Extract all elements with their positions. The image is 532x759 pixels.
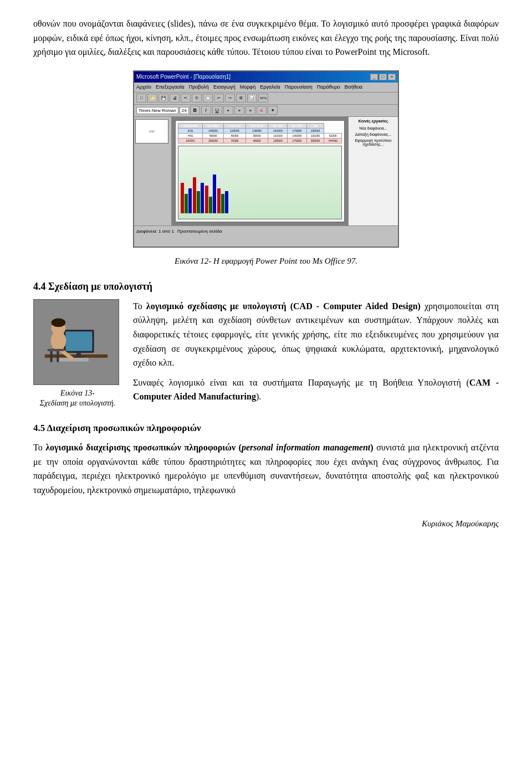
status-bar: Διαφάνεια: 1 από 1 Προστατευμένη σελίδα (134, 225, 398, 237)
font-size[interactable]: 24 (180, 107, 189, 114)
figure13-caption-line1: Εικόνα 13- (60, 389, 95, 397)
slide-table: ΚατηγορίαΙαν ΜάρτΑπρ ΙούνΙούλ ΣεπτΟκτ Δε… (178, 123, 342, 143)
underline-button[interactable]: U (212, 106, 222, 115)
chart-bar (188, 188, 192, 213)
right-panel-title: Κοινές εργασίες (351, 119, 396, 123)
person-at-computer-svg (34, 300, 119, 384)
slide-panel-left: slide (134, 117, 172, 225)
menu-bar: Αρχείο Επεξεργασία Προβολή Εισαγωγή Μορφ… (134, 83, 398, 93)
toolbar-zoom[interactable]: 50% (258, 94, 268, 102)
page-content: οθονών που ονομάζονται διαφάνειες (slide… (33, 17, 499, 529)
chart-bar (221, 194, 224, 213)
right-panel-item-1[interactable]: Νέα διαφάνεια... (351, 125, 396, 131)
svg-rect-4 (76, 353, 81, 357)
chart-bar (213, 175, 216, 213)
toolbar-2: Times New Roman 24 B I U ≡ ≡ ≡ A ★ (134, 105, 398, 117)
menu-tools[interactable]: Εργαλεία (260, 84, 280, 90)
svg-rect-3 (65, 331, 92, 351)
intro-paragraph: οθονών που ονομάζονται διαφάνειες (slide… (33, 17, 499, 59)
section45-heading: 4.5 Διαχείριση προσωπικών πληροφοριών (33, 423, 499, 434)
slide-chart (178, 146, 342, 219)
svg-rect-13 (57, 351, 59, 362)
menu-window[interactable]: Παράθυρο (317, 84, 340, 90)
powerpoint-screenshot: Microsoft PowerPoint - [Παρουσίαση1] _ □… (133, 70, 399, 248)
toolbar-insert-chart[interactable]: 📊 (247, 94, 257, 102)
chart-bar-group-2 (193, 177, 204, 213)
chart-bar (193, 177, 196, 213)
section44-paragraph2: Συναφές λογισμικό είναι και τα συστήματα… (133, 376, 499, 404)
slide-main-area: ΚατηγορίαΙαν ΜάρτΑπρ ΙούνΙούλ ΣεπτΟκτ Δε… (172, 117, 348, 225)
section44-container: Εικόνα 13- Σχεδίαση με υπολογιστή. Το λο… (33, 299, 499, 409)
window-controls: _ □ × (370, 74, 396, 80)
screenshot-container: Microsoft PowerPoint - [Παρουσίαση1] _ □… (33, 70, 499, 250)
footer-author: Κυριάκος Μαμούκαρης (33, 514, 499, 529)
main-area: slide ΚατηγορίαΙαν ΜάρτΑπρ ΙούνΙούλ Σεπτ… (134, 117, 398, 225)
italic-button[interactable]: I (201, 106, 211, 115)
window-titlebar: Microsoft PowerPoint - [Παρουσίαση1] _ □… (134, 71, 398, 83)
toolbar-insert-table[interactable]: ⊞ (236, 94, 246, 102)
toolbar-undo[interactable]: ↩ (214, 94, 224, 102)
menu-presentation[interactable]: Παρουσίαση (285, 84, 313, 90)
section44-paragraph1: Το λογισμικό σχεδίασης με υπολογιστή (CA… (133, 299, 499, 370)
chart-bar-group-4 (217, 188, 228, 213)
highlight[interactable]: ★ (268, 106, 278, 115)
figure13-caption-line2: Σχεδίαση με υπολογιστή. (40, 399, 115, 407)
chart-bar (185, 194, 188, 213)
figure12-caption: Εικόνα 12- Η εφαρμογή Power Point του Ms… (33, 254, 499, 268)
svg-rect-11 (48, 349, 64, 351)
chart-bar (205, 186, 208, 213)
chart-bar (197, 191, 200, 213)
figure13-container: Εικόνα 13- Σχεδίαση με υπολογιστή. (33, 299, 122, 409)
word-to-2: Το (33, 443, 43, 452)
chart-bar (225, 191, 228, 213)
section44-text: Το λογισμικό σχεδίασης με υπολογιστή (CA… (133, 299, 499, 409)
menu-edit[interactable]: Επεξεργασία (156, 84, 185, 90)
toolbar-new[interactable]: □ (136, 94, 146, 102)
toolbar-save[interactable]: 💾 (158, 94, 168, 102)
svg-point-9 (52, 318, 66, 327)
font-color[interactable]: A (257, 106, 267, 115)
figure13-image (33, 299, 119, 385)
figure13-caption: Εικόνα 13- Σχεδίαση με υπολογιστή. (33, 388, 122, 408)
chart-bar (217, 188, 221, 213)
toolbar-redo[interactable]: ↪ (225, 94, 235, 102)
align-left[interactable]: ≡ (223, 106, 233, 115)
chart-bar (181, 183, 184, 213)
minimize-button[interactable]: _ (370, 74, 378, 80)
right-panel-item-3[interactable]: Εφαρμογή προτύπου σχεδίασης... (351, 137, 396, 147)
menu-format[interactable]: Μορφή (240, 84, 255, 90)
menu-view[interactable]: Προβολή (189, 84, 209, 90)
menu-insert[interactable]: Εισαγωγή (213, 84, 236, 90)
chart-bar-group-1 (181, 183, 192, 213)
section45-paragraph: Το λογισμικό διαχείρισης προσωπικών πληρ… (33, 440, 499, 497)
toolbar-1: □ 📁 💾 🖨 ✂ ⎘ 📋 ↩ ↪ ⊞ 📊 50% (134, 93, 398, 105)
toolbar-open[interactable]: 📁 (147, 94, 157, 102)
menu-help[interactable]: Βοήθεια (345, 84, 362, 90)
align-right[interactable]: ≡ (245, 106, 255, 115)
font-name[interactable]: Times New Roman (136, 107, 178, 114)
toolbar-paste[interactable]: 📋 (203, 94, 213, 102)
toolbar-cut[interactable]: ✂ (181, 94, 191, 102)
right-panel: Κοινές εργασίες Νέα διαφάνεια... Διάταξη… (348, 117, 398, 225)
menu-file[interactable]: Αρχείο (136, 84, 151, 90)
close-button[interactable]: × (388, 74, 396, 80)
chart-bar-group-3 (205, 175, 216, 213)
toolbar-copy[interactable]: ⎘ (192, 94, 202, 102)
bold-button[interactable]: B (190, 106, 200, 115)
toolbar-print[interactable]: 🖨 (170, 94, 180, 102)
slide-status: Προστατευμένη σελίδα (177, 229, 222, 234)
section44-heading: 4.4 Σχεδίαση με υπολογιστή (33, 281, 499, 293)
window-title: Microsoft PowerPoint - [Παρουσίαση1] (136, 74, 231, 80)
slide-content: ΚατηγορίαΙαν ΜάρτΑπρ ΙούνΙούλ ΣεπτΟκτ Δε… (175, 120, 345, 222)
chart-bar (209, 197, 212, 213)
slide-counter: Διαφάνεια: 1 από 1 (136, 229, 174, 234)
word-to-1: Το (133, 301, 142, 311)
svg-rect-12 (50, 351, 53, 362)
slide-thumbnail[interactable]: slide (135, 119, 168, 143)
align-center[interactable]: ≡ (234, 106, 244, 115)
right-panel-item-2[interactable]: Διάταξη διαφάνειας... (351, 131, 396, 137)
chart-bar (201, 183, 204, 213)
maximize-button[interactable]: □ (379, 74, 387, 80)
